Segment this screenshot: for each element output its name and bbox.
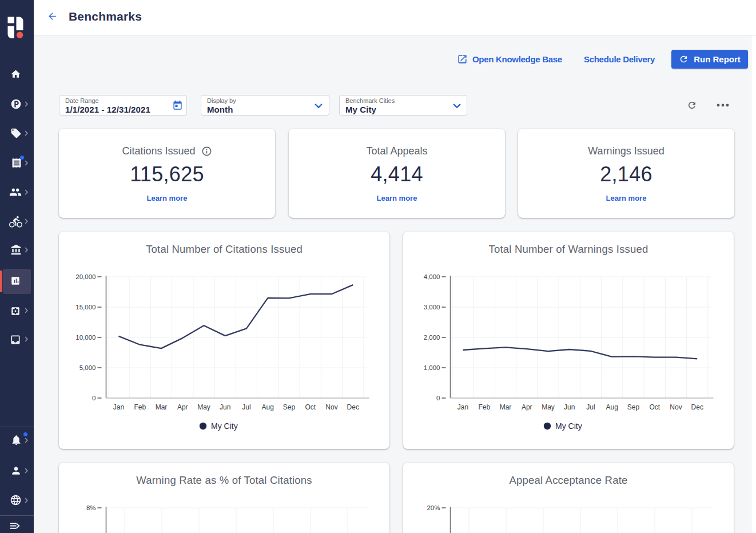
svg-text:Oct: Oct (305, 403, 316, 411)
svg-text:Nov: Nov (670, 403, 682, 411)
svg-text:Jan: Jan (457, 403, 468, 411)
svg-text:May: May (197, 403, 210, 411)
svg-text:10,000: 10,000 (75, 334, 96, 341)
svg-text:Mar: Mar (500, 403, 512, 411)
svg-text:Jan: Jan (113, 403, 124, 411)
svg-text:Jun: Jun (564, 403, 575, 411)
svg-text:Sep: Sep (627, 403, 640, 411)
svg-text:Nov: Nov (325, 403, 337, 411)
svg-text:Dec: Dec (691, 403, 703, 411)
svg-text:May: May (542, 403, 555, 411)
svg-text:My City: My City (555, 421, 582, 431)
svg-text:0: 0 (436, 395, 440, 401)
svg-text:1,000: 1,000 (424, 364, 440, 371)
svg-text:Dec: Dec (347, 403, 359, 411)
svg-text:3,000: 3,000 (424, 304, 440, 311)
svg-text:Aug: Aug (262, 403, 274, 411)
svg-text:20,000: 20,000 (75, 273, 96, 280)
svg-text:0: 0 (92, 395, 96, 401)
svg-text:Jul: Jul (242, 403, 250, 411)
svg-text:8%: 8% (86, 504, 96, 511)
svg-text:Jul: Jul (586, 403, 595, 411)
svg-text:Sep: Sep (283, 403, 296, 411)
svg-text:2,000: 2,000 (424, 334, 440, 341)
svg-text:Aug: Aug (606, 403, 618, 411)
svg-text:15,000: 15,000 (75, 304, 96, 311)
svg-text:Mar: Mar (156, 403, 168, 411)
svg-text:5,000: 5,000 (79, 364, 96, 371)
svg-text:Feb: Feb (478, 403, 490, 411)
svg-text:Feb: Feb (134, 403, 146, 411)
svg-text:My City: My City (211, 421, 238, 431)
svg-text:Apr: Apr (522, 403, 532, 411)
svg-text:4,000: 4,000 (424, 273, 440, 280)
svg-text:Apr: Apr (177, 403, 188, 411)
svg-text:Jun: Jun (220, 403, 230, 411)
svg-text:20%: 20% (427, 504, 440, 511)
svg-text:Oct: Oct (649, 403, 660, 411)
